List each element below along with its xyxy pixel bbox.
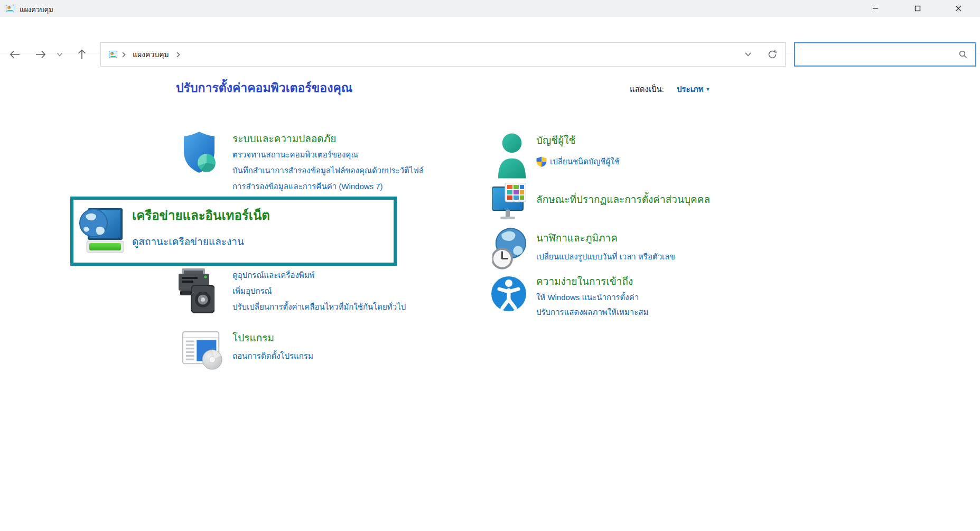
link-view-network-status[interactable]: ดูสถานะเครือข่ายและงาน xyxy=(132,234,244,249)
breadcrumb-control-panel[interactable]: แผงควบคุม xyxy=(129,49,172,60)
breadcrumb-chevron-icon[interactable] xyxy=(120,51,127,59)
caret-down-icon: ▼ xyxy=(706,87,711,92)
window-title: แผงควบคุม xyxy=(20,4,53,15)
category-appearance-personalization[interactable]: ลักษณะที่ปรากฏและการตั้งค่าส่วนบุคคล xyxy=(536,193,710,207)
category-programs[interactable]: โปรแกรม xyxy=(232,331,274,345)
minimize-button[interactable] xyxy=(863,0,888,17)
breadcrumb-chevron-icon[interactable] xyxy=(174,51,182,59)
close-button[interactable] xyxy=(946,0,970,17)
control-panel-icon xyxy=(5,4,15,15)
back-button[interactable] xyxy=(6,46,24,62)
chevron-down-icon xyxy=(56,51,63,58)
category-clock-region[interactable]: นาฬิกาและภูมิภาค xyxy=(536,231,618,245)
clock-region-links: เปลี่ยนแปลงรูปแบบวันที่ เวลา หรือตัวเลข xyxy=(536,249,675,264)
search-icon[interactable] xyxy=(958,50,968,59)
control-panel-window: แผงควบคุม xyxy=(0,0,980,531)
user-accounts-icon[interactable] xyxy=(497,132,527,181)
appearance-personalization-icon[interactable] xyxy=(492,183,526,226)
link-adjust-mobility-settings[interactable]: ปรับเปลี่ยนการตั้งค่าเคลื่อนไหวที่มักใช้… xyxy=(232,299,406,315)
recent-pages-dropdown[interactable] xyxy=(53,46,67,62)
link-view-devices-printers[interactable]: ดูอุปกรณ์และเครื่องพิมพ์ xyxy=(232,267,406,283)
highlight-box-network-internet: เครือข่ายและอินเทอร์เน็ต ดูสถานะเครือข่า… xyxy=(70,197,397,266)
ease-of-access-icon[interactable] xyxy=(491,273,526,317)
ease-of-access-links: ให้ Windows แนะนำการตั้งค่า ปรับการแสดงผ… xyxy=(536,290,648,320)
up-button[interactable] xyxy=(73,46,91,62)
link-file-history-backup[interactable]: บันทึกสำเนาการสำรองข้อมูลไฟล์ของคุณด้วยป… xyxy=(232,163,424,179)
search-box[interactable] xyxy=(794,42,976,67)
category-user-accounts[interactable]: บัญชีผู้ใช้ xyxy=(536,134,575,147)
system-security-icon[interactable] xyxy=(182,131,217,175)
category-ease-of-access[interactable]: ความง่ายในการเข้าถึง xyxy=(536,275,633,288)
view-by-label: แสดงเป็น: xyxy=(630,83,664,96)
address-dropdown-chevron-icon[interactable] xyxy=(744,51,752,58)
address-bar[interactable]: แผงควบคุม xyxy=(100,42,786,67)
clock-region-icon[interactable] xyxy=(492,227,526,273)
system-security-links: ตรวจทานสถานะคอมพิวเตอร์ของคุณ บันทึกสำเน… xyxy=(232,147,424,194)
forward-arrow-icon xyxy=(35,49,46,60)
uac-shield-icon xyxy=(536,156,547,167)
link-review-computer-status[interactable]: ตรวจทานสถานะคอมพิวเตอร์ของคุณ xyxy=(232,147,424,163)
category-system-security[interactable]: ระบบและความปลอดภัย xyxy=(232,132,336,146)
link-let-windows-suggest-settings[interactable]: ให้ Windows แนะนำการตั้งค่า xyxy=(536,290,648,305)
back-arrow-icon xyxy=(9,49,21,60)
hardware-sound-icon[interactable] xyxy=(178,266,214,317)
link-optimize-visual-display[interactable]: ปรับการแสดงผลภาพให้เหมาะสม xyxy=(536,305,648,320)
link-add-device[interactable]: เพิ่มอุปกรณ์ xyxy=(232,283,406,299)
category-network-internet[interactable]: เครือข่ายและอินเทอร์เน็ต xyxy=(132,207,270,223)
programs-links: ถอนการติดตั้งโปรแกรม xyxy=(232,348,313,364)
hardware-sound-links: ดูอุปกรณ์และเครื่องพิมพ์ เพิ่มอุปกรณ์ ปร… xyxy=(232,267,406,315)
network-internet-icon[interactable] xyxy=(79,204,124,259)
link-backup-restore-win7[interactable]: การสำรองข้อมูลและการคืนค่า (Windows 7) xyxy=(232,179,424,194)
link-uninstall-program[interactable]: ถอนการติดตั้งโปรแกรม xyxy=(232,348,313,364)
maximize-button[interactable] xyxy=(906,0,930,17)
up-arrow-icon xyxy=(77,49,87,60)
refresh-icon[interactable] xyxy=(767,49,778,60)
control-panel-icon xyxy=(108,50,118,59)
view-by-dropdown[interactable]: ประเภท▼ xyxy=(677,83,710,96)
link-change-date-time-number-formats[interactable]: เปลี่ยนแปลงรูปแบบวันที่ เวลา หรือตัวเลข xyxy=(536,249,675,264)
programs-icon[interactable] xyxy=(182,331,225,373)
link-change-account-type[interactable]: เปลี่ยนชนิดบัญชีผู้ใช้ xyxy=(550,155,620,168)
user-accounts-links: เปลี่ยนชนิดบัญชีผู้ใช้ xyxy=(536,155,620,168)
search-input[interactable] xyxy=(799,45,957,64)
titlebar: แผงควบคุม xyxy=(0,0,980,17)
navigation-bar: แผงควบคุม xyxy=(0,17,980,53)
forward-button[interactable] xyxy=(32,46,50,62)
page-title: ปรับการตั้งค่าคอมพิวเตอร์ของคุณ xyxy=(176,78,352,97)
